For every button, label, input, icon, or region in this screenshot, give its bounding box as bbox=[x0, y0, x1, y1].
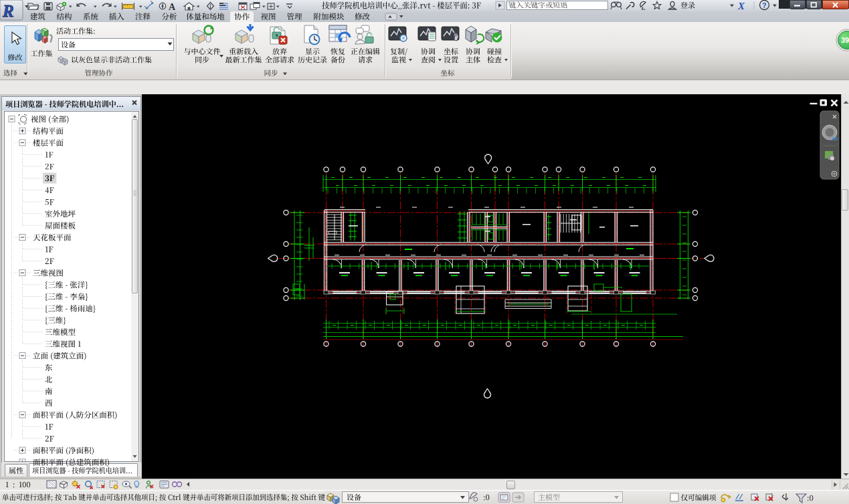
svg-text:2D: 2D bbox=[830, 136, 838, 142]
